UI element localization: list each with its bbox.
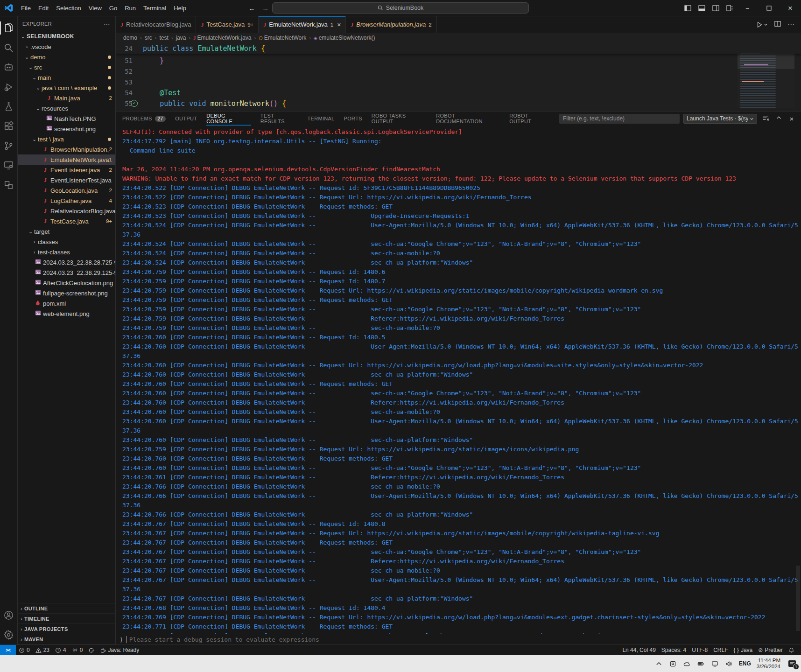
section-timeline[interactable]: ›TIMELINE — [18, 614, 115, 624]
tree-item-screenshot-png[interactable]: screenshot.png — [18, 124, 115, 134]
breadcrumb-item[interactable]: ◈emulateSlowNetwork() — [314, 35, 375, 41]
clock[interactable]: 11:44 PM 3/26/2024 — [757, 658, 780, 670]
activity-explorer-icon[interactable] — [0, 18, 18, 38]
explorer-more-actions-icon[interactable]: ⋯ — [104, 20, 111, 28]
activity-extensions-icon[interactable] — [0, 116, 18, 136]
activity-testing-icon[interactable] — [0, 97, 18, 116]
action-center-icon[interactable]: 1 — [786, 658, 798, 670]
menu-help[interactable]: Help — [170, 3, 190, 14]
panel-tab-debug-console[interactable]: DEBUG CONSOLE — [206, 112, 251, 126]
status-slash[interactable]: ⊘Prettier — [755, 645, 786, 655]
status-crlf[interactable]: CRLF — [710, 645, 731, 655]
menu-file[interactable]: File — [17, 3, 35, 14]
breadcrumb-item[interactable]: ⬡EmulateNetWork — [259, 35, 306, 41]
tab-browsermanipulation-java[interactable]: JBrowserManipulation.java2 — [346, 16, 436, 33]
tree-item-main[interactable]: ⌄main — [18, 72, 115, 83]
toggle-secondary-sidebar-icon[interactable] — [709, 0, 723, 16]
breadcrumb-item[interactable]: src — [145, 35, 152, 41]
status-ports[interactable]: 0 — [69, 645, 86, 655]
run-java-button[interactable] — [756, 21, 768, 28]
tab-emulatenetwork-java[interactable]: JEmulateNetWork.java1× — [259, 16, 346, 33]
status-ln-44-col-49[interactable]: Ln 44, Col 49 — [619, 645, 658, 655]
section-java-projects[interactable]: ›JAVA PROJECTS — [18, 624, 115, 634]
tree-item-eventlistener-java[interactable]: JEventListener.java2 — [18, 165, 115, 175]
menu-view[interactable]: View — [85, 3, 105, 14]
clear-console-icon[interactable] — [761, 114, 770, 123]
menu-terminal[interactable]: Terminal — [140, 3, 170, 14]
customize-layout-icon[interactable] — [723, 0, 737, 16]
debug-repl-input[interactable]: ⟩ Please start a debug session to evalua… — [116, 634, 801, 644]
tree-item-afterclickgeolocation-png[interactable]: AfterClickGeolocation.png — [18, 278, 115, 288]
status-braces[interactable]: { }Java — [731, 645, 756, 655]
tray-chevron-up-icon[interactable] — [655, 659, 663, 668]
panel-tab-output[interactable]: OUTPUT — [175, 112, 197, 126]
status-tasks[interactable] — [85, 645, 97, 655]
breadcrumb-item[interactable]: JEmulateNetWork.java — [193, 35, 251, 41]
command-center-search[interactable]: SeleniumBook — [272, 2, 529, 14]
tree-item-test-java[interactable]: ⌄test \ java — [18, 134, 115, 144]
maximize-button[interactable] — [758, 0, 780, 16]
close-tab-icon[interactable]: × — [337, 21, 341, 28]
close-panel-icon[interactable]: × — [787, 115, 796, 123]
test-pass-icon[interactable]: ✓ — [131, 100, 138, 107]
status-bell[interactable] — [786, 645, 797, 655]
tray-network-icon[interactable] — [711, 659, 719, 668]
console-scrollbar[interactable] — [796, 566, 800, 631]
forward-arrow-icon[interactable]: → — [262, 4, 269, 12]
status-java[interactable]: Java: Ready — [97, 645, 142, 655]
tray-volume-icon[interactable] — [725, 659, 733, 668]
maximize-panel-icon[interactable] — [774, 115, 783, 122]
panel-tab-robot-output[interactable]: ROBOT OUTPUT — [509, 112, 550, 126]
tree-item-src[interactable]: ⌄src — [18, 62, 115, 72]
status-warning[interactable]: 23 — [33, 645, 52, 655]
tree-item-java-com-example[interactable]: ⌄java \ com \ example — [18, 83, 115, 93]
back-arrow-icon[interactable]: ← — [248, 4, 255, 12]
tree-item-2024-03-23-22-38-28-725-9fd3-[interactable]: 2024.03.23_22.38.28.725-9fd3... — [18, 257, 115, 267]
tray-battery-icon[interactable] — [697, 659, 705, 668]
panel-tab-ports[interactable]: PORTS — [344, 112, 362, 126]
tree-item-main-java[interactable]: JMain.java2 — [18, 93, 115, 103]
activity-custom-views-icon[interactable] — [0, 175, 18, 195]
panel-tab-robot-documentation[interactable]: ROBOT DOCUMENTATION — [436, 112, 500, 126]
split-editor-icon[interactable] — [774, 21, 781, 29]
status-spaces-4[interactable]: Spaces: 4 — [659, 645, 689, 655]
tree-item-geolocation-java[interactable]: JGeoLocation.java2 — [18, 185, 115, 196]
console-filter-input[interactable] — [559, 114, 680, 124]
tree-item-2024-03-23-22-38-29-125-9fd3-[interactable]: 2024.03.23_22.38.29.125-9fd3... — [18, 267, 115, 278]
tree-item-seleniumbook[interactable]: ⌄SELENIUMBOOK — [18, 31, 115, 42]
more-actions-icon[interactable]: ⋯ — [787, 21, 794, 29]
activity-run-debug-icon[interactable] — [0, 77, 18, 97]
breadcrumb-item[interactable]: test — [159, 35, 168, 41]
menu-run[interactable]: Run — [121, 3, 140, 14]
tray-cloud-icon[interactable] — [683, 659, 691, 668]
close-button[interactable]: × — [780, 0, 801, 16]
tree-item-web-element-png[interactable]: web-element.png — [18, 308, 115, 319]
minimize-button[interactable]: − — [737, 0, 758, 16]
toggle-panel-icon[interactable] — [695, 0, 709, 16]
activity-chat-icon[interactable] — [0, 57, 18, 77]
tree-item-browsermanipulation-j-[interactable]: JBrowserManipulation.j...2 — [18, 144, 115, 154]
breadcrumb-item[interactable]: java — [176, 35, 186, 41]
code-editor[interactable]: 51 }525354 @Test✓55 public void monitorN… — [116, 43, 801, 111]
debug-console-output[interactable]: SLF4J(I): Connected with provider of typ… — [116, 126, 801, 634]
tree-item-testcase-java[interactable]: JTestCase.java9+ — [18, 216, 115, 226]
tree-item-emulatenetwork-java[interactable]: JEmulateNetWork.java1 — [18, 154, 115, 165]
menu-edit[interactable]: Edit — [35, 3, 52, 14]
status-info[interactable]: 4 — [52, 645, 69, 655]
tree-item-resources[interactable]: ⌄resources — [18, 103, 115, 113]
activity-search-icon[interactable] — [0, 38, 18, 57]
tree-item-classes[interactable]: ›classes — [18, 237, 115, 247]
section-maven[interactable]: ›MAVEN — [18, 634, 115, 644]
tab-testcase-java[interactable]: JTestCase.java9+ — [196, 16, 259, 33]
tab-relativelocatorblog-java[interactable]: JRelativelocatorBlog.java — [116, 16, 196, 33]
breadcrumb-item[interactable]: demo — [123, 35, 137, 41]
tray-app-icon[interactable] — [669, 659, 677, 668]
tree-item-test-classes[interactable]: ›test-classes — [18, 247, 115, 257]
activity-settings-icon[interactable] — [0, 625, 18, 644]
tree-item-eventlistenertest-java[interactable]: JEventListenerTest.java — [18, 175, 115, 185]
activity-source-control-icon[interactable] — [0, 136, 18, 155]
tree-item--vscode[interactable]: ›.vscode — [18, 42, 115, 52]
panel-tab-robo-tasks-output[interactable]: ROBO TASKS OUTPUT — [372, 112, 427, 126]
launch-config-dropdown[interactable]: Launch Java Tests - $(sy — [683, 114, 757, 124]
activity-remote-explorer-icon[interactable] — [0, 155, 18, 175]
